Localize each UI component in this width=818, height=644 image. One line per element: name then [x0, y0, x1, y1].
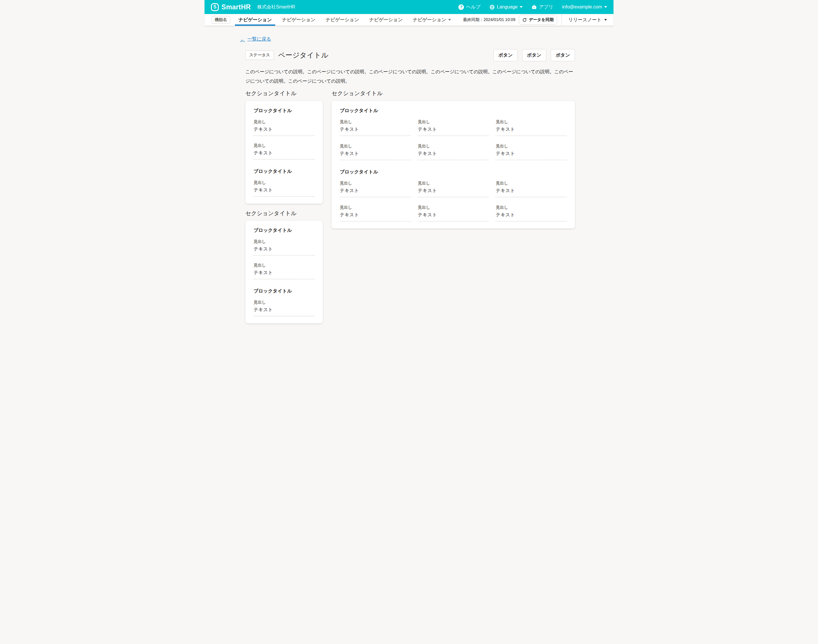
block: ブロックタイトル見出しテキスト [254, 288, 315, 316]
nav-item[interactable]: ナビゲーション [409, 14, 455, 26]
smarthr-logo[interactable]: S SmartHR [211, 3, 251, 11]
block: ブロックタイトル見出しテキスト見出しテキスト [254, 227, 315, 279]
field-row: 見出しテキスト [340, 143, 411, 160]
field-value: テキスト [418, 212, 489, 222]
field-row: 見出しテキスト [418, 204, 489, 222]
field-row: 見出しテキスト [340, 119, 411, 136]
block-title: ブロックタイトル [340, 169, 567, 175]
rows: 見出しテキスト見出しテキスト [254, 239, 315, 279]
header-actions: ? ヘルプ Language アプリ [458, 4, 607, 10]
field-label: 見出し [496, 180, 567, 186]
page-description: このページについての説明。このページについての説明。このページについての説明。こ… [245, 67, 575, 86]
field-row: 見出しテキスト [340, 180, 411, 197]
nav-item[interactable]: ナビゲーション [235, 14, 275, 26]
field-label: 見出し [418, 143, 489, 149]
logo-wordmark: SmartHR [221, 3, 251, 11]
field-value: テキスト [418, 150, 489, 160]
block-title: ブロックタイトル [254, 168, 315, 175]
section-title: セクションタイトル [245, 90, 323, 98]
block-title: ブロックタイトル [254, 227, 315, 234]
sync-data-label: データを同期 [529, 17, 554, 23]
field-value: テキスト [496, 150, 567, 160]
page-content: ステータス ページタイトル ボタンボタンボタン このページについての説明。このペ… [245, 49, 575, 324]
field-row: 見出しテキスト [254, 143, 315, 160]
rows: 見出しテキスト見出しテキスト [254, 119, 315, 160]
globe-icon [489, 5, 495, 10]
app-root: S SmartHR 株式会社SmartHR ? ヘルプ Language [204, 0, 614, 333]
field-value: テキスト [254, 306, 315, 316]
chevron-down-icon [449, 19, 451, 20]
nav-right: 最終同期：2024/01/01 10:09 データを同期 リリースノート [463, 14, 614, 26]
field-value: テキスト [496, 187, 567, 197]
nav-items: ナビゲーションナビゲーションナビゲーションナビゲーションナビゲーション [235, 14, 458, 26]
field-value: テキスト [254, 269, 315, 279]
nav-item-label: ナビゲーション [282, 17, 315, 23]
last-sync-label: 最終同期：2024/01/01 10:09 [463, 17, 515, 23]
app-header: S SmartHR 株式会社SmartHR ? ヘルプ Language [204, 0, 614, 14]
field-label: 見出し [254, 143, 315, 149]
field-label: 見出し [254, 179, 315, 186]
field-row: 見出しテキスト [254, 179, 315, 197]
page-main: ← 一覧に戻る ステータス ページタイトル ボタンボタンボタン このページについ… [204, 26, 614, 333]
language-menu[interactable]: Language [489, 5, 523, 10]
section: セクションタイトルブロックタイトル見出しテキスト見出しテキストブロックタイトル見… [245, 90, 323, 204]
field-row: 見出しテキスト [254, 262, 315, 279]
account-menu[interactable]: info@example.com [562, 5, 607, 10]
chevron-down-icon [604, 6, 607, 8]
field-value: テキスト [496, 126, 567, 136]
chevron-down-icon [520, 6, 523, 8]
block-title: ブロックタイトル [340, 107, 567, 114]
briefcase-icon [531, 5, 537, 10]
rows: 見出しテキスト [254, 179, 315, 197]
field-label: 見出し [418, 180, 489, 186]
field-row: 見出しテキスト [254, 239, 315, 256]
field-value: テキスト [254, 149, 315, 160]
left-column: セクションタイトルブロックタイトル見出しテキスト見出しテキストブロックタイトル見… [245, 90, 323, 324]
field-label: 見出し [496, 204, 567, 210]
field-row: 見出しテキスト [496, 204, 567, 222]
block: ブロックタイトル見出しテキスト見出しテキスト [254, 107, 315, 160]
right-column: セクションタイトルブロックタイトル見出しテキスト見出しテキスト見出しテキスト見出… [332, 90, 575, 228]
release-notes-menu[interactable]: リリースノート [562, 17, 614, 23]
page-title: ページタイトル [278, 51, 328, 60]
rows: 見出しテキスト [254, 299, 315, 316]
back-link[interactable]: ← 一覧に戻る [240, 36, 271, 42]
help-link[interactable]: ? ヘルプ [458, 4, 480, 10]
field-value: テキスト [340, 187, 411, 197]
field-value: テキスト [340, 150, 411, 160]
action-button[interactable]: ボタン [522, 49, 546, 61]
field-value: テキスト [418, 126, 489, 136]
field-row: 見出しテキスト [418, 119, 489, 136]
nav-item[interactable]: ナビゲーション [322, 14, 363, 26]
field-row: 見出しテキスト [496, 180, 567, 197]
sync-data-button[interactable]: データを同期 [519, 15, 557, 25]
card: ブロックタイトル見出しテキスト見出しテキスト見出しテキスト見出しテキスト見出しテ… [332, 101, 575, 228]
title-row: ステータス ページタイトル ボタンボタンボタン [245, 49, 575, 61]
section: セクションタイトルブロックタイトル見出しテキスト見出しテキスト見出しテキスト見出… [332, 90, 575, 228]
section-title: セクションタイトル [332, 90, 575, 98]
apps-menu[interactable]: アプリ [531, 4, 553, 10]
block-title: ブロックタイトル [254, 107, 315, 114]
nav-item-label: ナビゲーション [238, 17, 272, 23]
field-row: 見出しテキスト [254, 299, 315, 316]
field-value: テキスト [340, 126, 411, 136]
field-value: テキスト [254, 126, 315, 136]
field-value: テキスト [254, 245, 315, 256]
nav-item-label: ナビゲーション [413, 17, 446, 23]
field-row: 見出しテキスト [496, 119, 567, 136]
field-label: 見出し [418, 204, 489, 210]
rows: 見出しテキスト見出しテキスト見出しテキスト見出しテキスト見出しテキスト見出しテキ… [340, 180, 567, 222]
field-value: テキスト [254, 187, 315, 197]
back-link-label: 一覧に戻る [248, 36, 271, 42]
smarthr-logo-icon: S [211, 3, 219, 11]
action-button[interactable]: ボタン [551, 49, 575, 61]
nav-item[interactable]: ナビゲーション [278, 14, 319, 26]
nav-item[interactable]: ナビゲーション [366, 14, 406, 26]
field-label: 見出し [340, 204, 411, 210]
block: ブロックタイトル見出しテキスト見出しテキスト見出しテキスト見出しテキスト見出しテ… [340, 169, 567, 222]
action-button[interactable]: ボタン [494, 49, 518, 61]
field-label: 見出し [340, 180, 411, 186]
question-circle-icon: ? [458, 5, 464, 10]
refresh-icon [522, 18, 527, 22]
rows: 見出しテキスト見出しテキスト見出しテキスト見出しテキスト見出しテキスト見出しテキ… [340, 119, 567, 160]
